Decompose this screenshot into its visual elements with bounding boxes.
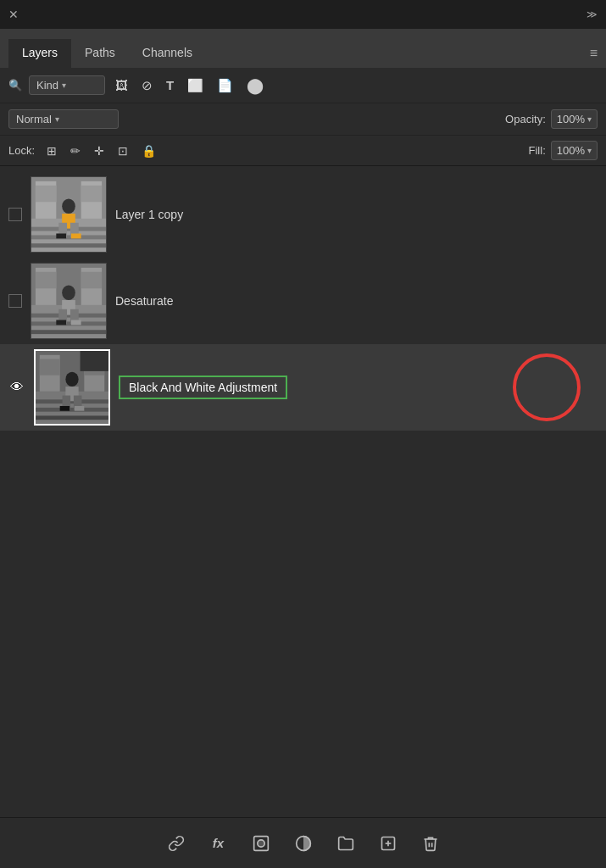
filter-row: 🔍 Kind ▾ 🖼 ⊘ T ⬜ 📄 ⬤ <box>0 68 606 103</box>
svg-rect-13 <box>56 233 66 238</box>
kind-chevron: ▾ <box>62 81 66 90</box>
lock-all-icon[interactable]: 🔒 <box>138 142 159 159</box>
fill-chevron: ▾ <box>587 146 592 155</box>
lock-position-icon[interactable]: ✛ <box>91 142 108 159</box>
svg-rect-3 <box>31 235 106 239</box>
folder-icon[interactable] <box>333 831 359 856</box>
svg-rect-34 <box>36 415 108 420</box>
lock-artboard-icon[interactable]: ⊡ <box>114 142 131 159</box>
svg-rect-19 <box>31 330 106 334</box>
adjustment-icon[interactable] <box>291 831 316 856</box>
title-bar: ✕ ≫ <box>0 0 606 29</box>
svg-rect-18 <box>31 321 106 326</box>
svg-rect-4 <box>31 243 106 248</box>
opacity-group: Opacity: 100% ▾ <box>505 109 598 129</box>
fill-label: Fill: <box>529 144 546 157</box>
svg-rect-8 <box>81 186 102 203</box>
opacity-input[interactable]: 100% ▾ <box>551 109 598 129</box>
layer-visibility-checkbox[interactable] <box>8 208 22 221</box>
new-layer-icon[interactable] <box>375 831 401 856</box>
layer-name: Layer 1 copy <box>115 208 598 221</box>
link-layers-icon[interactable] <box>164 831 189 856</box>
opacity-chevron: ▾ <box>587 114 592 124</box>
svg-point-24 <box>62 285 75 300</box>
fill-group: Fill: 100% ▾ <box>529 141 598 160</box>
lock-image-icon[interactable]: ✏ <box>67 142 84 159</box>
red-circle-indicator <box>513 353 581 421</box>
svg-rect-39 <box>81 351 108 371</box>
svg-rect-45 <box>75 406 84 411</box>
layers-panel: ✕ ≫ Layers Paths Channels ≡ 🔍 Kind ▾ 🖼 ⊘… <box>0 0 606 868</box>
layer-visibility-checkbox[interactable] <box>8 294 22 308</box>
panel-menu-icon[interactable]: ≡ <box>590 46 598 68</box>
svg-rect-28 <box>56 320 66 325</box>
filter-smart-icon[interactable]: 📄 <box>214 76 236 95</box>
bottom-toolbar: fx <box>0 817 606 868</box>
close-icon[interactable]: ✕ <box>8 8 19 21</box>
tabs-row: Layers Paths Channels ≡ <box>0 29 606 68</box>
svg-point-9 <box>62 198 75 214</box>
layer-name-selected: Black And White Adjustment <box>119 376 287 399</box>
layer-mask-icon[interactable] <box>248 831 274 856</box>
svg-point-47 <box>257 839 264 846</box>
svg-rect-44 <box>60 406 69 411</box>
filter-adjust-icon[interactable]: ⊘ <box>138 76 156 95</box>
layer-thumbnail-selected <box>34 349 110 426</box>
svg-point-40 <box>65 372 78 387</box>
blend-mode-dropdown[interactable]: Normal ▾ <box>8 109 119 129</box>
opacity-label: Opacity: <box>505 113 546 125</box>
layer-name: Desaturate <box>115 294 598 308</box>
delete-layer-icon[interactable] <box>418 831 443 856</box>
filter-type-icon[interactable]: T <box>163 76 177 94</box>
svg-rect-29 <box>71 320 81 325</box>
tabs-container: Layers Paths Channels <box>8 39 206 68</box>
layer-item[interactable]: Layer 1 copy <box>0 171 606 258</box>
layer-thumbnail <box>31 263 107 339</box>
filter-image-icon[interactable]: 🖼 <box>112 76 131 94</box>
svg-rect-23 <box>81 272 102 289</box>
tab-paths[interactable]: Paths <box>71 39 129 68</box>
kind-label: Kind <box>36 79 58 92</box>
fill-input[interactable]: 100% ▾ <box>551 141 598 160</box>
svg-rect-37 <box>40 359 60 376</box>
lock-icons-group: ⊞ ✏ ✛ ⊡ 🔒 <box>43 142 159 159</box>
svg-rect-7 <box>36 186 56 203</box>
layer-item[interactable]: Desaturate <box>0 258 606 344</box>
svg-rect-14 <box>71 233 81 238</box>
tab-layers[interactable]: Layers <box>8 39 71 68</box>
fill-value-text: 100% <box>557 144 585 157</box>
blend-mode-chevron: ▾ <box>55 114 59 124</box>
fx-icon[interactable]: fx <box>206 831 231 856</box>
blend-mode-label: Normal <box>16 113 52 125</box>
svg-rect-33 <box>36 408 108 412</box>
kind-dropdown[interactable]: Kind ▾ <box>29 75 105 95</box>
filter-shape-icon[interactable]: ⬜ <box>184 76 207 95</box>
collapse-icon[interactable]: ≫ <box>587 8 598 20</box>
lock-transparency-icon[interactable]: ⊞ <box>43 142 60 159</box>
layer-thumbnail <box>31 176 107 253</box>
lock-row: Lock: ⊞ ✏ ✛ ⊡ 🔒 Fill: 100% ▾ <box>0 136 606 166</box>
filter-pixel-icon[interactable]: ⬤ <box>243 75 267 97</box>
blend-mode-row: Normal ▾ Opacity: 100% ▾ <box>0 103 606 136</box>
lock-label: Lock: <box>8 144 35 157</box>
svg-rect-22 <box>36 272 56 289</box>
layers-list: Layer 1 copy <box>0 166 606 817</box>
tab-channels[interactable]: Channels <box>129 39 206 68</box>
layer-item-selected[interactable]: 👁 <box>0 344 606 431</box>
eye-icon[interactable]: 👁 <box>8 380 25 395</box>
opacity-value-text: 100% <box>557 113 585 125</box>
search-icon: 🔍 <box>8 79 22 92</box>
